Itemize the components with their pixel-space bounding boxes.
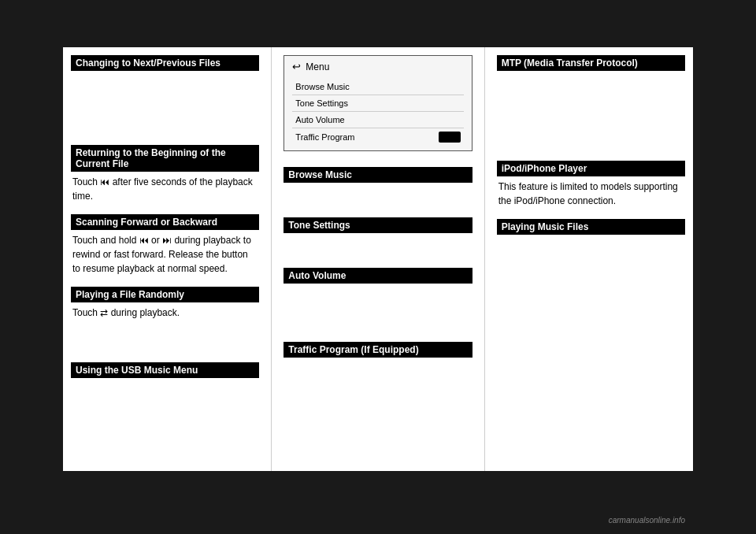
header-mtp: MTP (Media Transfer Protocol) [497,55,685,71]
header-ipod: iPod/iPhone Player [497,161,685,176]
menu-item-tone-label: Tone Settings [295,98,348,108]
back-arrow-icon: ↩ [292,61,301,72]
traffic-rest: (If Equipped) [358,344,419,355]
rewind-icon: ⏮ [100,176,109,187]
column-2: ↩ Menu Browse Music Tone Settings Auto V… [276,47,480,471]
traffic-bold: Traffic Program [288,344,358,355]
header-using-usb: Using the USB Music Menu [71,362,259,378]
shuffle-icon: ⇄ [100,307,108,318]
menu-screenshot: ↩ Menu Browse Music Tone Settings Auto V… [284,55,472,151]
column-1: Changing to Next/Previous Files Returnin… [63,47,267,471]
divider-1 [271,47,272,471]
menu-item-traffic: Traffic Program [292,128,463,146]
header-playing-music: Playing Music Files [497,219,685,235]
menu-title-text: Menu [306,61,329,72]
body-returning: Touch ⏮ after five seconds of the playba… [71,175,259,203]
header-returning: Returning to the Beginning of the Curren… [71,145,259,172]
menu-item-browse-label: Browse Music [295,82,349,91]
header-scanning: Scanning Forward or Backward [71,214,259,230]
header-traffic-program: Traffic Program (If Equipped) [284,342,472,358]
ffwd-icon: ⏭ [162,235,172,246]
column-3: MTP (Media Transfer Protocol) iPod/iPhon… [489,47,693,471]
menu-title: ↩ Menu [292,61,463,72]
header-tone-settings: Tone Settings [284,217,472,233]
header-auto-volume: Auto Volume [284,268,472,284]
menu-item-tone: Tone Settings [292,95,463,112]
header-changing-files: Changing to Next/Previous Files [71,55,259,71]
watermark: carmanualsonline.info [609,516,685,525]
divider-2 [484,47,485,471]
body-ipod: This feature is limited to models suppor… [497,180,685,208]
header-playing-random: Playing a File Randomly [71,287,259,302]
toggle-icon [439,132,461,143]
menu-item-browse: Browse Music [292,79,463,95]
body-playing-random: Touch ⇄ during playback. [71,306,259,320]
rewind-icon-2: ⏮ [139,235,149,246]
menu-item-auto-label: Auto Volume [295,115,344,124]
header-browse-music: Browse Music [284,167,472,183]
menu-item-traffic-label: Traffic Program [295,132,354,142]
body-scanning: Touch and hold ⏮ or ⏭ during playback to… [71,233,259,276]
menu-item-auto: Auto Volume [292,112,463,128]
